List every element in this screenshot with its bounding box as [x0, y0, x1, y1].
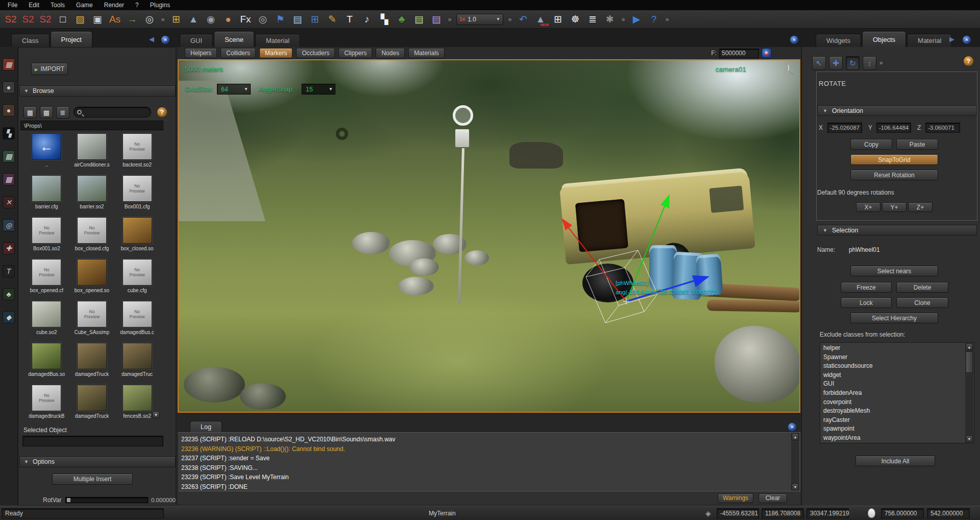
gridsize-dropdown[interactable]: 64 ▼	[217, 84, 251, 94]
delete-button[interactable]: Delete	[896, 282, 948, 293]
gear-icon[interactable]: ☸	[567, 12, 584, 27]
sound-icon[interactable]: ♪	[358, 12, 376, 27]
small-icons-view-button[interactable]: ▩	[40, 106, 53, 119]
rotate-z-plus-button[interactable]: Z+	[908, 202, 933, 212]
scale-combo[interactable]: 1x 1.0 ▼	[456, 14, 503, 25]
category-checker-icon[interactable]: ▚	[3, 127, 15, 139]
asset-item[interactable]: No Preview Box001.cfg	[115, 175, 159, 212]
film-reel-icon[interactable]: ◎	[254, 12, 272, 27]
scale-tool-icon[interactable]: ↕	[863, 56, 876, 70]
asset-item[interactable]: damagedBus.so	[24, 343, 69, 380]
asset-item[interactable]: No Preview backrest.so2	[115, 133, 159, 171]
menu-item[interactable]: Plugins	[144, 1, 176, 10]
asset-item[interactable]: damagedTruck	[70, 385, 114, 422]
scroll-up-icon[interactable]: ▲	[966, 343, 973, 350]
exclude-class-item[interactable]: helper	[823, 344, 974, 353]
clone-button[interactable]: Clone	[896, 297, 948, 308]
category-water-icon[interactable]: ◆	[3, 311, 15, 323]
center-view-tab[interactable]: GUI	[180, 34, 213, 47]
scroll-down-icon[interactable]: ▼	[792, 483, 799, 490]
menu-item[interactable]: File	[2, 1, 23, 10]
scene-mode-button[interactable]: Occluders	[296, 48, 335, 58]
category-material-icon[interactable]: ▦	[3, 58, 15, 70]
reset-rotation-button[interactable]: Reset Rotation	[850, 170, 938, 180]
category-plant-icon[interactable]: ♣	[3, 288, 15, 300]
s2-new-project-icon[interactable]: S2	[2, 12, 19, 27]
freeze-button[interactable]: Freeze	[841, 282, 892, 293]
exclude-class-item[interactable]: widget	[823, 371, 974, 380]
scene-mode-button[interactable]: Helpers	[185, 48, 217, 58]
list-scrollbar[interactable]: ▲ ▼	[965, 343, 973, 442]
checker-texture-icon[interactable]: ▚	[376, 12, 393, 27]
asset-item[interactable]: barrier.so2	[70, 175, 114, 212]
copy-button[interactable]: Copy	[850, 139, 892, 150]
help-icon[interactable]: ?	[964, 56, 973, 66]
asset-item[interactable]: box_opened.so	[70, 259, 114, 296]
right-panel-tab[interactable]: Widgets	[816, 34, 861, 47]
category-text-icon[interactable]: T	[3, 265, 15, 277]
clear-log-button[interactable]: Clear	[758, 493, 787, 503]
exclude-class-item[interactable]: Spawner	[823, 353, 974, 362]
log-scrollbar[interactable]: ▲ ▼	[791, 433, 799, 490]
category-texture-icon[interactable]: ▩	[3, 150, 15, 162]
exclude-class-item[interactable]: staticsoundsource	[823, 362, 974, 371]
z-orientation-field[interactable]: -3.060071	[925, 123, 960, 133]
rotate-tool-icon[interactable]: ↻	[846, 56, 860, 70]
help-icon[interactable]: ?	[645, 12, 663, 27]
scene-mode-button[interactable]: Colliders	[220, 48, 256, 58]
menu-item[interactable]: Game	[70, 1, 99, 10]
rotate-y-plus-button[interactable]: Y+	[882, 202, 906, 212]
toolbar-overflow-icon[interactable]: »	[505, 12, 514, 27]
asset-item[interactable]: No Preview cube.cfg	[115, 259, 159, 296]
category-pink-texture-icon[interactable]: ▩	[3, 173, 15, 185]
asset-item[interactable]: No Preview box_opened.cf	[24, 259, 69, 296]
right-panel-tab[interactable]: Objects	[862, 31, 906, 47]
snap-to-grid-button[interactable]: SnapToGrid	[850, 154, 938, 165]
play-icon[interactable]: ▶	[628, 12, 645, 27]
breadcrumb-path[interactable]: \Props\	[20, 121, 163, 130]
asset-item[interactable]: airConditioner.s	[70, 133, 114, 171]
rotvar-slider[interactable]	[65, 497, 148, 503]
asset-item[interactable]: No Preview Box001.so2	[24, 217, 69, 254]
rubiks-cube-icon[interactable]: ⊞	[167, 12, 185, 27]
transform-gizmo[interactable]	[179, 60, 799, 412]
far-clip-input[interactable]	[719, 49, 759, 58]
expand-right-icon[interactable]: ▶	[949, 35, 954, 43]
anglesnap-dropdown[interactable]: 15 ▼	[302, 84, 335, 94]
asset-item[interactable]: No Preview Cube_SAssimp	[70, 301, 114, 338]
snapshot-icon[interactable]	[762, 48, 772, 58]
left-panel-tab[interactable]: Project	[51, 31, 92, 47]
menu-item[interactable]: Render	[99, 1, 130, 10]
help-icon[interactable]: ?	[157, 107, 167, 117]
s2-save-project-icon[interactable]: S2	[37, 12, 54, 27]
menu-item[interactable]: ?	[130, 1, 144, 10]
asset-item[interactable]: barrier.cfg	[24, 175, 69, 212]
hierarchy-icon[interactable]: ⊞	[306, 12, 324, 27]
center-view-tab[interactable]: Scene	[214, 31, 254, 47]
wheel-icon[interactable]: ◉	[202, 12, 219, 27]
scroll-down-icon[interactable]: ▼	[966, 435, 973, 442]
asset-item[interactable]: box_closed.so	[115, 217, 159, 254]
snowflake-icon[interactable]: ✱	[601, 12, 619, 27]
warnings-button[interactable]: Warnings	[718, 493, 753, 503]
orientation-section-header[interactable]: ▼ Orientation	[817, 105, 977, 116]
lock-button[interactable]: Lock	[841, 297, 892, 308]
right-panel-tab[interactable]: Material	[907, 34, 952, 47]
grid-scroll-down-icon[interactable]: ▼	[152, 411, 160, 418]
large-icons-view-button[interactable]: ▦	[23, 106, 37, 119]
toolbar-overflow-icon[interactable]: »	[445, 12, 454, 27]
terrain-icon[interactable]: ▲	[185, 12, 202, 27]
tools-overflow-icon[interactable]: »	[879, 59, 883, 66]
scene-mode-button[interactable]: Markers	[259, 48, 292, 58]
include-all-button[interactable]: Include All	[855, 456, 935, 466]
center-view-tab[interactable]: Material	[255, 34, 300, 47]
menu-item[interactable]: Edit	[23, 1, 45, 10]
category-health-icon[interactable]: ✚	[3, 242, 15, 254]
x-orientation-field[interactable]: -25.026087	[827, 123, 862, 133]
clipboard-icon[interactable]: ✎	[324, 12, 341, 27]
grid-icon[interactable]: ⊞	[549, 12, 567, 27]
left-panel-tab[interactable]: Class	[11, 34, 50, 47]
undo-icon[interactable]: ↶	[514, 12, 532, 27]
vegetation-icon[interactable]: ♣	[393, 12, 410, 27]
exclude-class-item[interactable]: waypointArea	[823, 434, 974, 443]
